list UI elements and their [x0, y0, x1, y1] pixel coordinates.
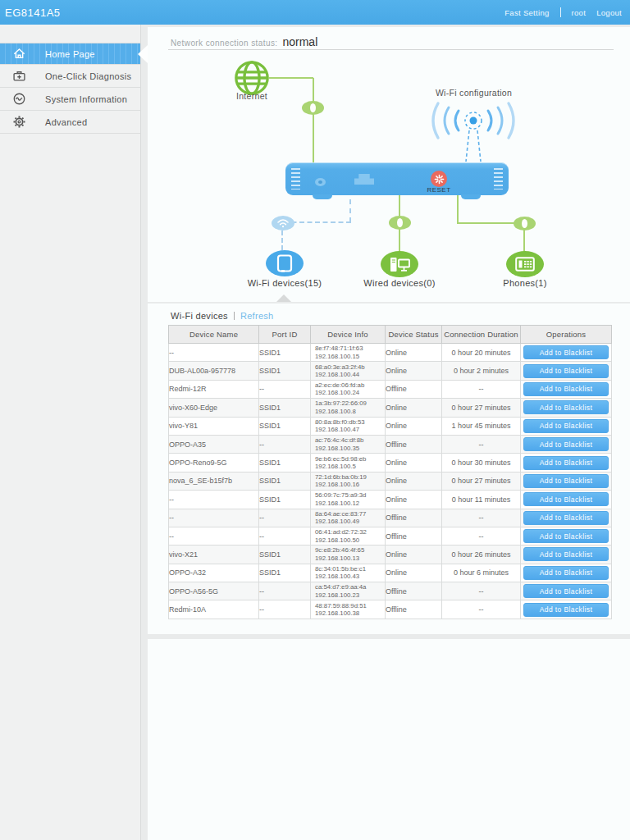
device-ip: 192.168.100.24	[311, 389, 385, 397]
cell-device-name: --	[169, 527, 259, 545]
ethernet-port-icon	[354, 174, 374, 185]
router-device[interactable]: RESET	[285, 162, 509, 195]
sidebar-item-system-information[interactable]: System Information	[0, 88, 140, 111]
add-to-blacklist-button[interactable]: Add to Blacklist	[523, 382, 609, 396]
add-to-blacklist-button[interactable]: Add to Blacklist	[523, 529, 609, 543]
device-mac: 72:1d:6b:ba:0b:19	[311, 473, 385, 482]
cell-device-status: Offline	[386, 509, 442, 527]
cell-device-name: --	[169, 491, 259, 509]
router-foot	[313, 194, 332, 199]
cell-device-info: 8a:64:ae:ce:83:77 192.168.100.49	[311, 509, 386, 527]
active-item-arrow	[138, 45, 148, 63]
cell-port-id: --	[259, 435, 311, 453]
sidebar-item-advanced[interactable]: Advanced	[0, 111, 140, 134]
cell-connection-duration: --	[442, 527, 521, 545]
add-to-blacklist-button[interactable]: Add to Blacklist	[523, 437, 609, 451]
cell-connection-duration: 0 hour 27 minutes	[442, 399, 521, 417]
logout-link[interactable]: Logout	[596, 8, 622, 17]
col-header-operations: Operations	[521, 326, 612, 344]
add-to-blacklist-button[interactable]: Add to Blacklist	[523, 474, 609, 488]
wifi-cloud-dash-v	[281, 231, 283, 250]
refresh-link[interactable]: Refresh	[240, 311, 274, 321]
status-divider	[168, 49, 614, 50]
cell-operations: Add to Blacklist	[521, 546, 612, 564]
reset-button[interactable]	[431, 171, 447, 187]
device-mac: ca:54:d7:e9:aa:4a	[311, 583, 385, 591]
wifi-link-dash-v	[349, 199, 351, 222]
wired-devices-node[interactable]	[381, 251, 418, 277]
cell-device-status: Offline	[386, 435, 442, 453]
col-header-connection-duration: Connection Duration	[442, 326, 521, 344]
add-to-blacklist-button[interactable]: Add to Blacklist	[523, 584, 609, 598]
sidebar-item-label: Home Page	[34, 49, 95, 59]
cell-connection-duration: 0 hour 26 minutes	[442, 546, 521, 564]
sidebar-item-label: One-Click Diagnosis	[34, 71, 131, 81]
cell-device-info: 1a:3b:97:22:66:09 192.168.100.8	[311, 399, 386, 417]
add-to-blacklist-button[interactable]: Add to Blacklist	[523, 603, 609, 617]
add-to-blacklist-button[interactable]: Add to Blacklist	[523, 419, 609, 433]
internet-line-h	[269, 77, 313, 79]
cell-operations: Add to Blacklist	[521, 344, 612, 362]
device-mac: ac:76:4c:4c:df:8b	[311, 436, 385, 445]
cell-device-name: vivo-Y81	[169, 417, 259, 435]
wifi-configuration-label: Wi-Fi configuration	[414, 88, 533, 98]
cell-port-id: SSID1	[259, 344, 311, 362]
device-ip: 192.168.100.38	[311, 609, 385, 618]
cell-device-info: 06:41:ad:d2:72:32 192.168.100.50	[311, 527, 386, 545]
cell-device-info: 56:09:7c:75:a9:3d 192.168.100.12	[311, 491, 386, 509]
add-to-blacklist-button[interactable]: Add to Blacklist	[523, 511, 609, 525]
cell-device-status: Online	[386, 491, 442, 509]
add-to-blacklist-button[interactable]: Add to Blacklist	[523, 364, 609, 378]
cell-device-name: vivo-X60-Edge	[169, 399, 259, 417]
cell-device-status: Online	[386, 399, 442, 417]
wifi-antenna-icon[interactable]	[416, 99, 531, 167]
device-ip: 192.168.100.49	[311, 518, 385, 526]
cell-device-info: 9e:b6:ec:5d:98:eb 192.168.100.5	[311, 454, 386, 472]
header-divider	[560, 7, 561, 17]
device-ip: 192.168.100.5	[311, 463, 385, 471]
cell-operations: Add to Blacklist	[521, 417, 612, 435]
device-mac: 9c:e8:2b:46:4f:65	[311, 546, 385, 555]
fast-setting-link[interactable]: Fast Setting	[504, 8, 549, 17]
add-to-blacklist-button[interactable]: Add to Blacklist	[523, 400, 609, 414]
phones-node[interactable]	[506, 251, 544, 277]
cell-connection-duration: 0 hour 30 minutes	[442, 454, 521, 472]
wan-connector-node	[302, 101, 324, 115]
device-mac: 1a:3b:97:22:66:09	[311, 399, 385, 408]
network-status-value: normal	[282, 35, 317, 48]
router-foot	[461, 194, 481, 199]
cell-device-info: ca:54:d7:e9:aa:4a 192.168.100.23	[311, 582, 386, 600]
add-to-blacklist-button[interactable]: Add to Blacklist	[523, 547, 609, 561]
cell-port-id: SSID1	[259, 546, 311, 564]
cell-operations: Add to Blacklist	[521, 600, 612, 619]
add-to-blacklist-button[interactable]: Add to Blacklist	[523, 566, 609, 580]
sidebar-item-one-click-diagnosis[interactable]: One-Click Diagnosis	[0, 65, 140, 88]
wifi-devices-node[interactable]	[266, 250, 304, 276]
wired-devices-label: Wired devices(0)	[334, 278, 465, 288]
cell-device-info: 48:87:59:88:9d:51 192.168.100.38	[311, 600, 386, 619]
cell-connection-duration: 0 hour 11 minutes	[442, 491, 521, 509]
add-to-blacklist-button[interactable]: Add to Blacklist	[523, 456, 609, 470]
device-ip: 192.168.100.44	[311, 371, 385, 379]
heading-divider	[234, 312, 235, 320]
cell-device-info: 8c:34:01:5b:be:c1 192.168.100.43	[311, 564, 386, 582]
cell-device-name: DUB-AL00a-957778	[169, 362, 259, 380]
cell-device-name: Redmi-12R	[169, 380, 259, 398]
cell-operations: Add to Blacklist	[521, 564, 612, 582]
add-to-blacklist-button[interactable]: Add to Blacklist	[523, 345, 609, 359]
cell-device-status: Offline	[386, 582, 442, 600]
cell-port-id: --	[259, 600, 311, 619]
device-mac: 8e:f7:48:71:1f:63	[311, 345, 385, 353]
wifi-cloud-icon	[272, 216, 294, 231]
cell-operations: Add to Blacklist	[521, 582, 612, 600]
add-to-blacklist-button[interactable]: Add to Blacklist	[523, 492, 609, 506]
device-mac: 68:a0:3e:a3:2f:4b	[311, 363, 385, 372]
device-mac: 8c:34:01:5b:be:c1	[311, 565, 385, 573]
device-ip: 192.168.100.50	[311, 536, 385, 545]
cell-operations: Add to Blacklist	[521, 527, 612, 545]
cell-port-id: SSID1	[259, 417, 311, 435]
cell-connection-duration: --	[442, 380, 521, 398]
devices-table: Device Name Port ID Device Info Device S…	[168, 325, 612, 619]
sidebar-item-home-page[interactable]: Home Page	[0, 43, 140, 65]
device-ip: 192.168.100.12	[311, 500, 385, 508]
